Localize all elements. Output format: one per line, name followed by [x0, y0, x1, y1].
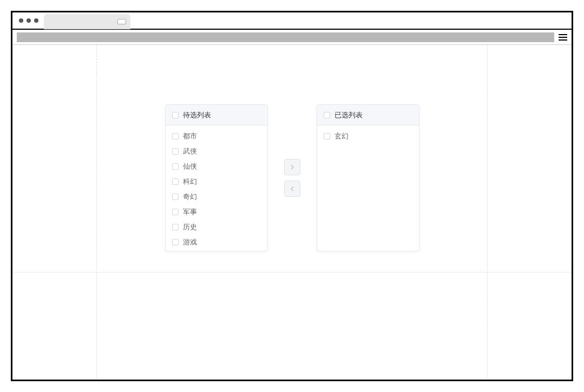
- list-item[interactable]: 历史: [166, 220, 267, 235]
- source-panel-title: 待选列表: [183, 110, 211, 120]
- source-panel-body[interactable]: 都市 武侠 仙侠 科幻: [166, 125, 267, 251]
- browser-tabbar: [12, 12, 572, 30]
- target-panel-header: 已选列表: [317, 105, 419, 125]
- browser-toolbar: [12, 30, 572, 45]
- list-item[interactable]: 游戏: [166, 235, 267, 250]
- source-select-all-checkbox[interactable]: [172, 112, 179, 118]
- target-panel-title: 已选列表: [334, 110, 363, 120]
- transfer-widget: 待选列表 都市 武侠 仙侠: [165, 104, 419, 251]
- source-panel: 待选列表 都市 武侠 仙侠: [165, 104, 268, 251]
- item-label: 奇幻: [183, 192, 197, 202]
- item-checkbox[interactable]: [172, 163, 179, 170]
- minimize-window-dot[interactable]: [27, 18, 31, 23]
- target-panel: 已选列表 玄幻: [317, 104, 419, 251]
- browser-window-controls: [12, 18, 38, 23]
- item-label: 仙侠: [183, 162, 197, 171]
- chevron-right-icon: [290, 164, 295, 170]
- list-item[interactable]: 奇幻: [166, 189, 267, 204]
- item-label: 科幻: [183, 177, 197, 187]
- list-item[interactable]: 仙侠: [166, 159, 267, 174]
- list-item[interactable]: 军事: [166, 204, 267, 220]
- item-checkbox[interactable]: [172, 133, 179, 139]
- list-item[interactable]: 都市: [166, 129, 267, 144]
- target-panel-body: 玄幻: [317, 125, 419, 251]
- move-right-button[interactable]: [284, 159, 300, 175]
- item-label: 武侠: [183, 147, 197, 156]
- move-left-button[interactable]: [284, 181, 300, 197]
- hamburger-menu-icon[interactable]: [559, 34, 567, 41]
- item-checkbox[interactable]: [172, 178, 179, 185]
- browser-window: 待选列表 都市 武侠 仙侠: [11, 11, 573, 381]
- list-item[interactable]: 武侠: [166, 144, 267, 159]
- item-checkbox[interactable]: [172, 224, 179, 230]
- item-label: 玄幻: [334, 131, 349, 141]
- tab-close-button[interactable]: [117, 19, 126, 24]
- browser-tab[interactable]: [44, 14, 130, 29]
- item-label: 游戏: [183, 237, 197, 247]
- list-item[interactable]: 玄幻: [317, 129, 419, 144]
- item-checkbox[interactable]: [172, 239, 179, 245]
- url-bar[interactable]: [17, 32, 554, 42]
- item-checkbox[interactable]: [324, 133, 330, 139]
- close-window-dot[interactable]: [19, 18, 23, 23]
- item-label: 军事: [183, 207, 197, 217]
- chevron-left-icon: [290, 186, 295, 191]
- browser-content: 待选列表 都市 武侠 仙侠: [12, 45, 572, 378]
- transfer-buttons: [284, 159, 300, 197]
- item-checkbox[interactable]: [172, 194, 179, 200]
- item-label: 都市: [183, 131, 197, 141]
- list-item[interactable]: 科幻: [166, 174, 267, 189]
- item-checkbox[interactable]: [172, 148, 179, 155]
- source-panel-header: 待选列表: [166, 105, 267, 125]
- item-checkbox[interactable]: [172, 209, 179, 215]
- item-label: 历史: [183, 222, 197, 232]
- maximize-window-dot[interactable]: [34, 18, 38, 23]
- target-select-all-checkbox[interactable]: [324, 112, 330, 118]
